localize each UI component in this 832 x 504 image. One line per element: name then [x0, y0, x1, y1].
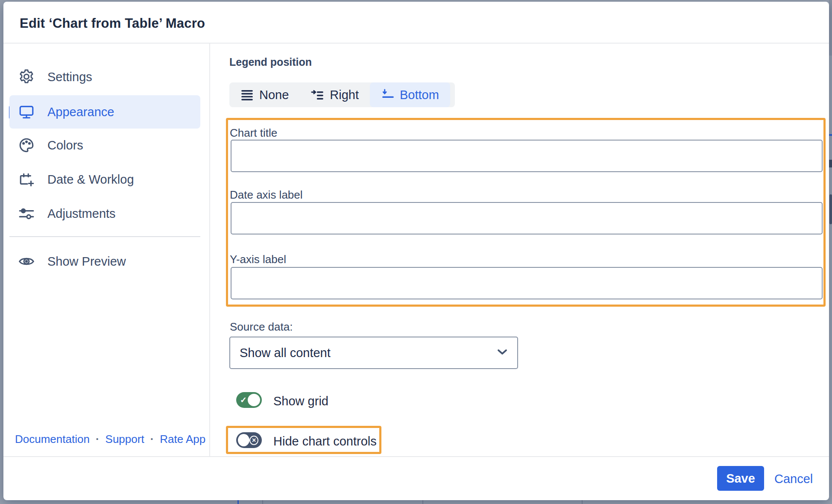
sidebar-item-adjustments[interactable]: Adjustments [9, 197, 200, 230]
footer-divider [3, 456, 829, 457]
dialog-title: Edit ‘Chart from Table’ Macro [20, 16, 205, 31]
sidebar-item-label: Date & Worklog [47, 173, 134, 187]
sidebar-item-label: Colors [47, 138, 83, 152]
palette-icon [18, 137, 35, 153]
legend-option-label: None [259, 88, 289, 102]
backdrop-scrollbar-thumb [829, 194, 832, 224]
legend-option-none[interactable]: None [229, 82, 300, 107]
date-axis-input[interactable] [231, 202, 823, 234]
check-icon: ✓ [240, 396, 247, 404]
y-axis-input[interactable] [231, 267, 823, 299]
sidebar-footer-links: Documentation · Support · Rate App [15, 433, 205, 446]
link-separator: · [150, 433, 154, 446]
screen-backdrop: Edit ‘Chart from Table’ Macro Settings A… [0, 0, 832, 504]
legend-option-bottom[interactable]: Bottom [370, 82, 450, 107]
legend-none-icon [240, 88, 254, 102]
sliders-icon [18, 205, 35, 222]
sidebar-item-settings[interactable]: Settings [9, 60, 200, 94]
chart-title-label: Chart title [230, 126, 277, 140]
sidebar-item-label: Adjustments [47, 207, 116, 221]
sidebar-item-colors[interactable]: Colors [9, 129, 200, 162]
calendar-plus-icon [18, 171, 35, 188]
save-button[interactable]: Save [717, 466, 764, 491]
y-axis-label: Y-axis label [230, 253, 286, 266]
backdrop-artifact [422, 500, 423, 504]
toggle-knob [248, 394, 260, 406]
legend-position-control: None Right Bottom [229, 82, 455, 107]
sidebar-item-label: Appearance [47, 105, 114, 119]
sidebar-separator [9, 236, 200, 237]
source-data-label: Source data: [230, 320, 293, 334]
backdrop-artifact [829, 160, 832, 167]
rate-app-link[interactable]: Rate App [160, 433, 205, 446]
legend-bottom-icon [381, 88, 394, 102]
toggle-knob [238, 434, 249, 446]
chevron-down-icon [497, 348, 508, 357]
support-link[interactable]: Support [105, 433, 144, 446]
documentation-link[interactable]: Documentation [15, 433, 90, 446]
cancel-button[interactable]: Cancel [774, 472, 813, 486]
backdrop-artifact [262, 500, 263, 504]
monitor-icon [18, 104, 35, 120]
sidebar-item-appearance[interactable]: Appearance [9, 95, 200, 129]
hide-chart-controls-toggle[interactable]: × [236, 432, 262, 448]
source-data-value: Show all content [240, 346, 331, 360]
legend-option-label: Right [330, 88, 359, 102]
chart-title-input[interactable] [231, 140, 823, 172]
show-grid-label: Show grid [273, 394, 328, 408]
backdrop-artifact [829, 134, 832, 136]
sidebar-item-show-preview[interactable]: Show Preview [9, 245, 200, 278]
legend-option-right[interactable]: Right [300, 82, 370, 107]
sidebar-item-date-worklog[interactable]: Date & Worklog [9, 163, 200, 196]
link-separator: · [96, 433, 100, 446]
sidebar-divider [209, 43, 210, 456]
legend-right-icon [311, 88, 324, 102]
hide-chart-controls-label: Hide chart controls [273, 434, 377, 448]
eye-icon [18, 253, 35, 270]
source-data-select[interactable]: Show all content [229, 337, 518, 369]
cross-icon: × [249, 436, 258, 445]
edit-macro-dialog: Edit ‘Chart from Table’ Macro Settings A… [3, 2, 829, 500]
sidebar-item-label: Settings [47, 70, 92, 84]
legend-option-label: Bottom [400, 88, 439, 102]
show-grid-toggle[interactable]: ✓ [236, 392, 262, 408]
backdrop-artifact [829, 0, 832, 56]
gear-icon [18, 69, 35, 85]
sidebar-item-label: Show Preview [47, 255, 126, 269]
date-axis-label: Date axis label [230, 188, 303, 202]
backdrop-artifact [582, 500, 583, 504]
header-divider [3, 43, 829, 44]
legend-position-label: Legend position [229, 56, 312, 68]
backdrop-artifact [237, 500, 239, 504]
